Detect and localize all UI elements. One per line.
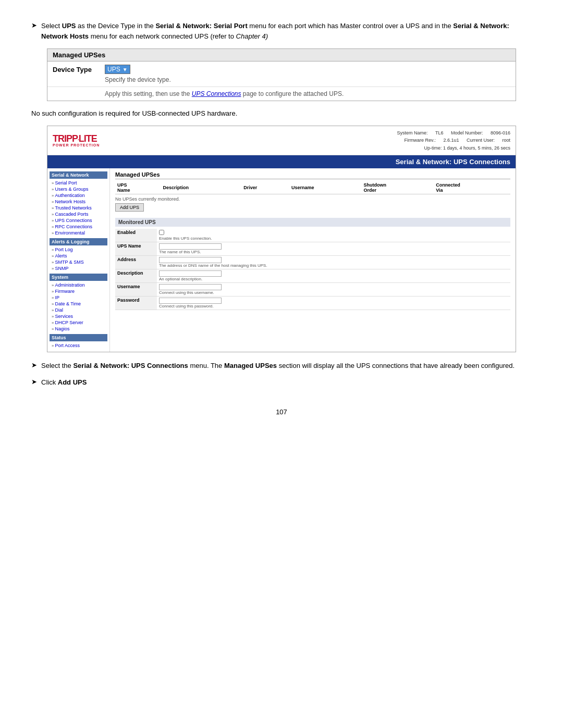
tripp-sidebar: Serial & Network » Serial Port » Users &… xyxy=(47,168,110,352)
ups-name-input[interactable] xyxy=(159,243,222,250)
tripp-content: Managed UPSes UPSName Description Driver… xyxy=(110,168,516,352)
tripp-logo-sub: POWER PROTECTION xyxy=(53,143,100,147)
sidebar-link-port-access[interactable]: » Port Access xyxy=(50,342,107,349)
add-ups-bold: Add UPS xyxy=(58,378,87,386)
sidebar-link-ip[interactable]: » IP xyxy=(50,294,107,301)
sidebar-link-users-groups[interactable]: » Users & Groups xyxy=(50,186,107,192)
firmware-value: 2.6.1u1 xyxy=(443,138,459,143)
description-label: Description xyxy=(115,269,157,283)
uptime-value: Up-time: 1 days, 4 hours, 5 mins, 26 sec… xyxy=(424,145,510,151)
current-user-value: root xyxy=(502,138,510,143)
description-cell: An optional description. xyxy=(157,269,510,283)
ups-connections-link[interactable]: UPS Connections xyxy=(192,90,241,97)
sidebar-link-trusted-networks[interactable]: » Trusted Networks xyxy=(50,205,107,211)
tripp-main: Serial & Network » Serial Port » Users &… xyxy=(47,168,516,352)
description-input[interactable] xyxy=(159,270,222,277)
username-input[interactable] xyxy=(159,284,222,290)
address-hint: The address or DNS name of the host mana… xyxy=(159,263,508,268)
sidebar-link-alerts[interactable]: » Alerts xyxy=(50,253,107,259)
address-input[interactable] xyxy=(159,257,222,263)
ups-connections-bold: Serial & Network: UPS Connections xyxy=(73,362,188,369)
device-settings-box: Managed UPSes Device Type UPS ▼ Specify … xyxy=(47,48,516,101)
monitored-ups-title: Monitored UPS xyxy=(115,218,510,227)
password-input[interactable] xyxy=(159,298,222,304)
bullet-text-2: Select the Serial & Network: UPS Connect… xyxy=(41,361,532,371)
username-cell: Connect using this username. xyxy=(157,283,510,297)
device-type-label: Device Type xyxy=(53,65,105,73)
empty-label xyxy=(53,90,105,91)
sidebar-link-authentication[interactable]: » Authentication xyxy=(50,192,107,199)
tripp-header-info: System Name: TL6 Model Number: 8096-016 … xyxy=(390,129,510,152)
col-shutdown-order: ShutdownOrder xyxy=(362,181,434,194)
model-number-value: 8096-016 xyxy=(491,130,510,135)
sidebar-section-system: System xyxy=(50,274,107,281)
no-ups-text: No UPSes currently monitored. xyxy=(115,196,510,202)
ups-select[interactable]: UPS ▼ xyxy=(105,65,130,74)
col-description: Description xyxy=(161,181,242,194)
bullet-arrow-1: ➤ xyxy=(31,21,37,29)
monitored-ups-table: Enabled Enable this UPS connection. UPS … xyxy=(115,229,510,310)
sidebar-link-network-hosts[interactable]: » Network Hosts xyxy=(50,199,107,205)
tripp-logo: TRIPP·LITE POWER PROTECTION xyxy=(53,134,100,147)
managed-ups-table: UPSName Description Driver Username Shut… xyxy=(115,181,510,194)
enabled-hint: Enable this UPS connection. xyxy=(159,236,508,241)
device-type-row: Device Type UPS ▼ Specify the device typ… xyxy=(47,61,516,87)
sidebar-link-administration[interactable]: » Administration xyxy=(50,282,107,288)
sidebar-link-date-time[interactable]: » Date & Time xyxy=(50,301,107,307)
sidebar-section-status: Status xyxy=(50,334,107,341)
sidebar-link-rpc-connections[interactable]: » RPC Connections xyxy=(50,224,107,230)
bullet-arrow-3: ➤ xyxy=(31,378,37,386)
sidebar-section-alerts: Alerts & Logging xyxy=(50,238,107,245)
col-ups-name: UPSName xyxy=(115,181,161,194)
ups-bold: UPS xyxy=(62,22,76,30)
tripp-title-bar: Serial & Network: UPS Connections xyxy=(47,155,516,168)
sidebar-link-dial[interactable]: » Dial xyxy=(50,307,107,313)
sidebar-link-environmental[interactable]: » Environmental xyxy=(50,230,107,236)
tripp-logo-text: TRIPP·LITE xyxy=(53,134,97,143)
ups-link-content: Apply this setting, then use the UPS Con… xyxy=(105,90,510,97)
sidebar-link-snmp[interactable]: » SNMP xyxy=(50,265,107,272)
managed-ups-title: Managed UPSes xyxy=(115,171,510,179)
col-username: Username xyxy=(289,181,362,194)
device-settings-header: Managed UPSes xyxy=(47,49,516,61)
description-hint: An optional description. xyxy=(159,277,508,281)
sidebar-link-smtp-sms[interactable]: » SMTP & SMS xyxy=(50,259,107,265)
ups-name-label: UPS Name xyxy=(115,242,157,256)
page-number: 107 xyxy=(31,408,532,416)
bullet-text-3: Click Add UPS xyxy=(41,377,532,388)
bullet-arrow-2: ➤ xyxy=(31,361,37,369)
address-cell: The address or DNS name of the host mana… xyxy=(157,256,510,269)
enabled-label: Enabled xyxy=(115,229,157,242)
address-label: Address xyxy=(115,256,157,269)
tripp-screenshot: TRIPP·LITE POWER PROTECTION System Name:… xyxy=(47,126,516,352)
sidebar-link-nagios[interactable]: » Nagios xyxy=(50,326,107,332)
sidebar-link-cascaded-ports[interactable]: » Cascaded Ports xyxy=(50,211,107,217)
network-hosts-bold: Serial & Network: Network Hosts xyxy=(41,22,509,40)
password-hint: Connect using this password. xyxy=(159,304,508,309)
field-password: Password Connect using this password. xyxy=(115,297,510,310)
sidebar-link-services[interactable]: » Services xyxy=(50,313,107,319)
device-type-content: UPS ▼ Specify the device type. xyxy=(105,65,510,83)
username-hint: Connect using this username. xyxy=(159,290,508,295)
sidebar-link-ups-connections[interactable]: » UPS Connections xyxy=(50,217,107,224)
ups-link-row: Apply this setting, then use the UPS Con… xyxy=(47,87,516,101)
sidebar-link-dhcp[interactable]: » DHCP Server xyxy=(50,319,107,326)
ups-name-hint: The name of this UPS. xyxy=(159,250,508,254)
enabled-cell: Enable this UPS connection. xyxy=(157,229,510,242)
password-label: Password xyxy=(115,297,157,310)
model-number-label: Model Number: xyxy=(451,130,484,135)
col-driver: Driver xyxy=(241,181,289,194)
sidebar-link-port-log[interactable]: » Port Log xyxy=(50,246,107,253)
add-ups-button[interactable]: Add UPS xyxy=(115,203,144,212)
field-address: Address The address or DNS name of the h… xyxy=(115,256,510,269)
bullet-3: ➤ Click Add UPS xyxy=(31,377,532,388)
ups-select-value: UPS xyxy=(107,66,120,73)
system-name-label: System Name: xyxy=(397,130,429,135)
ups-name-cell: The name of this UPS. xyxy=(157,242,510,256)
field-description: Description An optional description. xyxy=(115,269,510,283)
sidebar-link-serial-port[interactable]: » Serial Port xyxy=(50,180,107,186)
sidebar-link-firmware[interactable]: » Firmware xyxy=(50,288,107,294)
firmware-label: Firmware Rev.: xyxy=(405,138,437,143)
bullet-text-1: Select UPS as the Device Type in the Ser… xyxy=(41,21,532,41)
enabled-checkbox[interactable] xyxy=(159,230,164,235)
